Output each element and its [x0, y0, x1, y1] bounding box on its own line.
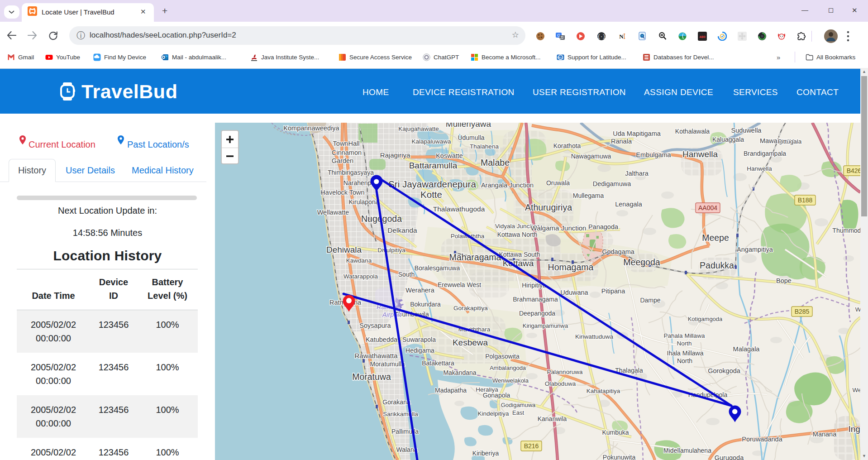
svg-text:Jalthara: Jalthara [625, 170, 649, 177]
svg-text:Kiriwattuduwa: Kiriwattuduwa [575, 333, 614, 340]
svg-text:Battaramulla: Battaramulla [409, 161, 458, 170]
svg-text:OCR: OCR [660, 34, 664, 36]
svg-text:Lenagala: Lenagala [615, 201, 643, 208]
svg-text:Gonapola: Gonapola [483, 392, 510, 399]
svg-text:Gorokgoda: Gorokgoda [708, 367, 741, 374]
svg-text:Thummodara: Thummodara [832, 227, 860, 234]
svg-text:Malabe: Malabe [481, 158, 510, 168]
svg-text:Midellamulahena: Midellamulahena [663, 447, 711, 454]
svg-text:Cinnamon: Cinnamon [332, 149, 362, 156]
svg-text:Moratumulla: Moratumulla [370, 360, 405, 368]
svg-text:Erewwela West: Erewwela West [438, 281, 481, 288]
svg-text:Ambalangoda: Ambalangoda [490, 364, 526, 371]
svg-text:Kumbuka: Kumbuka [602, 429, 629, 436]
svg-text:Athurugiriya: Athurugiriya [525, 202, 572, 212]
svg-text:Kaluaggala: Kaluaggala [712, 136, 744, 143]
svg-text:Godagama: Godagama [602, 248, 635, 255]
svg-text:Udumulla: Udumulla [458, 134, 484, 141]
svg-text:Rawathawatta: Rawathawatta [354, 352, 398, 359]
svg-text:Pitipana: Pitipana [601, 288, 625, 295]
svg-text:Garden: Garden [332, 157, 353, 164]
svg-text:Kahatapitiya: Kahatapitiya [587, 388, 620, 394]
svg-text:Sarikkamulla: Sarikkamulla [383, 411, 418, 417]
svg-text:AA004: AA004 [698, 204, 717, 211]
svg-text:Werahera: Werahera [405, 287, 434, 294]
svg-text:Suwarapola: Suwarapola [402, 336, 436, 343]
svg-text:N: N [619, 33, 624, 40]
svg-text:Kesbewa: Kesbewa [453, 338, 488, 347]
svg-text:Uduwana: Uduwana [560, 289, 588, 296]
svg-text:Oruwala: Oruwala [546, 179, 570, 187]
svg-text:Kirigampamunwa: Kirigampamunwa [523, 322, 568, 329]
svg-text:Brahmanagama: Brahmanagama [513, 296, 558, 303]
svg-text:Korathota: Korathota [553, 142, 581, 149]
svg-text:Kindelpitiya: Kindelpitiya [477, 410, 509, 417]
svg-text:Boralesgamuwa: Boralesgamuwa [415, 264, 460, 272]
svg-text:Kananwila: Kananwila [538, 415, 567, 422]
svg-text:Ranala: Ranala [611, 138, 632, 145]
svg-text:Palannoruwa: Palannoruwa [547, 369, 583, 375]
svg-text:Koswatte: Koswatte [436, 152, 463, 159]
svg-text:Soysapura: Soysapura [359, 322, 391, 329]
svg-text:Kottawa South: Kottawa South [499, 251, 540, 258]
svg-text:Arangala Junction: Arangala Junction [481, 182, 534, 189]
svg-text:Kawdana: Kawdana [346, 257, 372, 264]
svg-text:Kiriberiya: Kiriberiya [472, 450, 499, 457]
svg-text:Moratuwa: Moratuwa [352, 372, 391, 382]
svg-text:DELL: DELL [558, 56, 564, 59]
svg-text:Wewi: Wewi [853, 387, 860, 393]
svg-text:Kajugahawatte: Kajugahawatte [398, 125, 439, 132]
svg-text:Bope: Bope [776, 277, 792, 284]
svg-text:Wal: Wal [855, 306, 860, 313]
svg-text:Manana: Manana [813, 431, 837, 438]
svg-text:Mulleriyawa: Mulleriyawa [446, 123, 491, 129]
svg-text:B426: B426 [847, 167, 860, 174]
svg-text:Pallimulla: Pallimulla [391, 428, 419, 435]
svg-text:Uda Mapitigama: Uda Mapitigama [613, 130, 661, 137]
svg-text:Hanwella: Hanwella [682, 149, 718, 159]
svg-text:Angampitiya: Angampitiya [737, 246, 773, 253]
svg-text:Kirulapona: Kirulapona [349, 198, 379, 206]
svg-text:Batakettara: Batakettara [422, 359, 454, 367]
svg-text:Madapatha: Madapatha [435, 387, 467, 394]
svg-text:Gorakana: Gorakana [382, 398, 410, 406]
svg-text:Ihala Millawa: Ihala Millawa [667, 350, 704, 357]
svg-text:Dedigamuwa: Dedigamuwa [593, 180, 632, 187]
svg-text:Havelock Town: Havelock Town [320, 189, 364, 196]
svg-text:Hanwella: Hanwella [747, 165, 772, 172]
svg-text:Olaboduwa: Olaboduwa [545, 380, 576, 387]
svg-text:Embulgama: Embulgama [636, 151, 671, 158]
svg-text:Homagama: Homagama [548, 262, 594, 272]
svg-text:Sri Jayawardenepura: Sri Jayawardenepura [388, 179, 476, 189]
svg-text:Suduwella: Suduwella [731, 127, 762, 134]
svg-text:North: North [677, 340, 692, 347]
svg-text:North: North [677, 357, 692, 364]
svg-text:Meegoda: Meegoda [623, 257, 660, 267]
svg-text:Poruwadanda: Poruwadanda [742, 436, 782, 443]
svg-text:Rajagiriya: Rajagiriya [380, 151, 410, 159]
svg-text:Kottawa North: Kottawa North [497, 231, 538, 238]
svg-text:{·}: {·} [597, 34, 606, 39]
svg-text:480: 480 [699, 35, 706, 39]
svg-text:Padukka: Padukka [700, 260, 734, 270]
svg-text:Brandigampala: Brandigampala [744, 150, 786, 157]
svg-text:Dampe: Dampe [640, 297, 660, 304]
svg-text:Kotigamgoda: Kotigamgoda [688, 316, 723, 322]
svg-text:Kalapaluwawa: Kalapaluwawa [411, 138, 451, 145]
svg-text:Pittugala: Pittugala [778, 138, 802, 145]
svg-text:East: East [512, 409, 524, 416]
svg-text:Panagoda: Panagoda [588, 223, 619, 230]
svg-text:Thalahena: Thalahena [470, 143, 499, 150]
svg-text:Weniwelakola: Weniwelakola [492, 377, 529, 384]
svg-text:Meepe: Meepe [702, 233, 729, 243]
svg-text:Bokundara: Bokundara [410, 301, 441, 308]
svg-text:South: South [398, 271, 415, 278]
svg-text:B216: B216 [524, 442, 539, 450]
svg-text:Airport: Airport [382, 311, 402, 318]
svg-text:Pahala Millawa: Pahala Millawa [664, 332, 705, 339]
svg-text:Kothalawala: Kothalawala [675, 128, 710, 135]
svg-text:TownHall: TownHall [333, 140, 360, 147]
svg-text:Thimbirigasyaya: Thimbirigasyaya [328, 169, 374, 176]
svg-text:Kompannaweediya: Kompannaweediya [283, 125, 339, 132]
svg-text:Gurugoda: Gurugoda [715, 454, 744, 460]
